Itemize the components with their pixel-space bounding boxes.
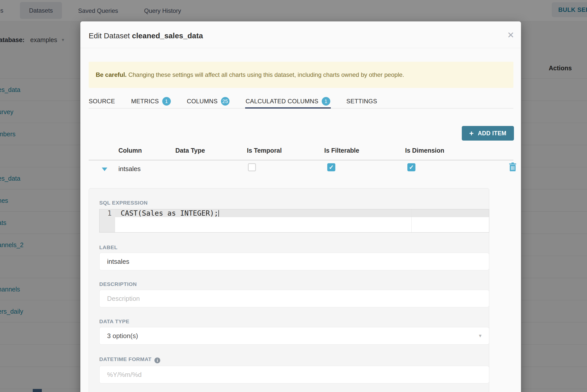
calculated-column-detail-panel: SQL EXPRESSION 1 CAST(Sales as INTEGER);… xyxy=(89,188,489,392)
column-header-is-filterable: Is Filterable xyxy=(324,147,359,154)
warning-banner: Be careful. Changing these settings will… xyxy=(89,62,513,88)
tab-source-label: SOURCE xyxy=(89,98,115,105)
column-header-is-temporal: Is Temporal xyxy=(247,147,282,154)
datetime-format-input[interactable] xyxy=(99,366,489,383)
calculated-column-name: intsales xyxy=(118,165,141,173)
tab-columns[interactable]: COLUMNS25 xyxy=(187,94,230,108)
sql-expression-label: SQL EXPRESSION xyxy=(99,200,148,206)
sql-expression-editor[interactable]: 1 CAST(Sales as INTEGER); xyxy=(99,209,489,233)
is-dimension-checkbox[interactable]: ✓ xyxy=(407,163,415,171)
tab-columns-label: COLUMNS xyxy=(187,98,218,105)
columns-count-badge: 25 xyxy=(221,97,230,106)
tab-metrics[interactable]: METRICS1 xyxy=(131,94,171,108)
add-item-label: ADD ITEM xyxy=(478,130,506,137)
is-temporal-checkbox[interactable] xyxy=(248,163,256,171)
modal-header-divider xyxy=(80,48,521,48)
data-type-value: 3 option(s) xyxy=(107,332,138,340)
delete-column-button[interactable] xyxy=(509,162,517,173)
metrics-count-badge: 1 xyxy=(162,97,171,106)
modal-title-prefix: Edit Dataset xyxy=(89,31,132,40)
data-type-field-label: DATA TYPE xyxy=(99,318,129,324)
label-field-label: LABEL xyxy=(99,244,118,250)
plus-icon: + xyxy=(469,129,474,137)
is-filterable-checkbox[interactable]: ✓ xyxy=(327,163,335,171)
modal-tab-bar: SOURCE METRICS1 COLUMNS25 CALCULATED COL… xyxy=(89,94,513,109)
close-icon[interactable]: ✕ xyxy=(507,30,514,40)
description-input[interactable] xyxy=(99,290,489,307)
tab-calculated-columns[interactable]: CALCULATED COLUMNS1 xyxy=(246,94,330,108)
warning-bold: Be careful. xyxy=(96,71,127,78)
trash-icon xyxy=(509,162,517,172)
columns-table-header-divider xyxy=(89,160,513,160)
tab-settings-label: SETTINGS xyxy=(346,98,377,105)
data-type-select[interactable]: 3 option(s) ▼ xyxy=(99,327,489,345)
column-header-column: Column xyxy=(118,147,142,154)
column-header-is-dimension: Is Dimension xyxy=(405,147,444,154)
editor-print-margin xyxy=(411,209,412,232)
chevron-down-icon: ▼ xyxy=(478,327,482,344)
calculated-columns-count-badge: 1 xyxy=(322,97,330,106)
editor-line-number: 1 xyxy=(100,209,112,217)
tab-metrics-label: METRICS xyxy=(131,98,159,105)
info-icon[interactable]: i xyxy=(154,357,160,363)
check-icon: ✓ xyxy=(409,164,414,171)
check-icon: ✓ xyxy=(329,164,334,171)
column-header-data-type: Data Type xyxy=(175,147,205,154)
datetime-format-field-label: DATETIME FORMATi xyxy=(99,356,160,363)
description-field-label: DESCRIPTION xyxy=(99,281,137,287)
datetime-format-label-text: DATETIME FORMAT xyxy=(99,356,151,362)
text-cursor xyxy=(218,210,219,217)
label-input[interactable] xyxy=(99,253,489,270)
modal-title: Edit Dataset cleaned_sales_data xyxy=(89,31,203,40)
collapse-caret-icon[interactable] xyxy=(102,168,107,171)
warning-text: Changing these settings will affect all … xyxy=(127,71,404,78)
screen: es Datasets Saved Queries Query History … xyxy=(0,0,587,392)
sql-code-text: CAST(Sales as INTEGER); xyxy=(121,209,218,217)
tab-source[interactable]: SOURCE xyxy=(89,94,115,108)
add-item-button[interactable]: + ADD ITEM xyxy=(462,126,514,141)
tab-calculated-columns-label: CALCULATED COLUMNS xyxy=(246,98,318,105)
tab-settings[interactable]: SETTINGS xyxy=(346,94,377,108)
edit-dataset-modal: Edit Dataset cleaned_sales_data ✕ Be car… xyxy=(80,21,521,392)
sql-code: CAST(Sales as INTEGER); xyxy=(121,209,219,217)
modal-title-dataset-name: cleaned_sales_data xyxy=(132,31,203,40)
